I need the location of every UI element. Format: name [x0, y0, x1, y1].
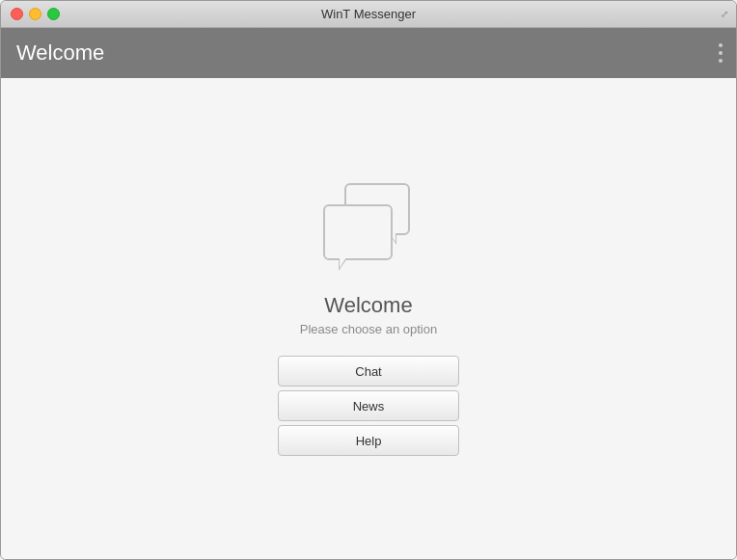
welcome-text-block: Welcome Please choose an option: [300, 293, 437, 336]
app-title: Welcome: [16, 40, 104, 66]
menu-button[interactable]: [719, 43, 723, 63]
menu-dot-2: [719, 51, 723, 55]
title-bar: WinT Messenger ⤢: [1, 1, 736, 28]
welcome-subtitle: Please choose an option: [300, 322, 437, 336]
welcome-heading: Welcome: [300, 293, 437, 318]
menu-dot-1: [719, 43, 723, 47]
bubble-front-icon: [323, 204, 393, 260]
minimize-button[interactable]: [29, 8, 41, 20]
main-content: Welcome Please choose an option Chat New…: [1, 78, 736, 560]
menu-dot-3: [719, 59, 723, 63]
traffic-lights: [11, 8, 60, 20]
chat-button[interactable]: Chat: [278, 356, 459, 387]
help-button[interactable]: Help: [278, 425, 459, 456]
app-header: Welcome: [1, 28, 736, 78]
close-button[interactable]: [11, 8, 23, 20]
chat-icon: [315, 183, 422, 270]
news-button[interactable]: News: [278, 390, 459, 421]
maximize-button[interactable]: [47, 8, 60, 20]
window-title: WinT Messenger: [321, 7, 416, 21]
options-buttons: Chat News Help: [278, 356, 459, 456]
resize-icon: ⤢: [721, 9, 728, 19]
